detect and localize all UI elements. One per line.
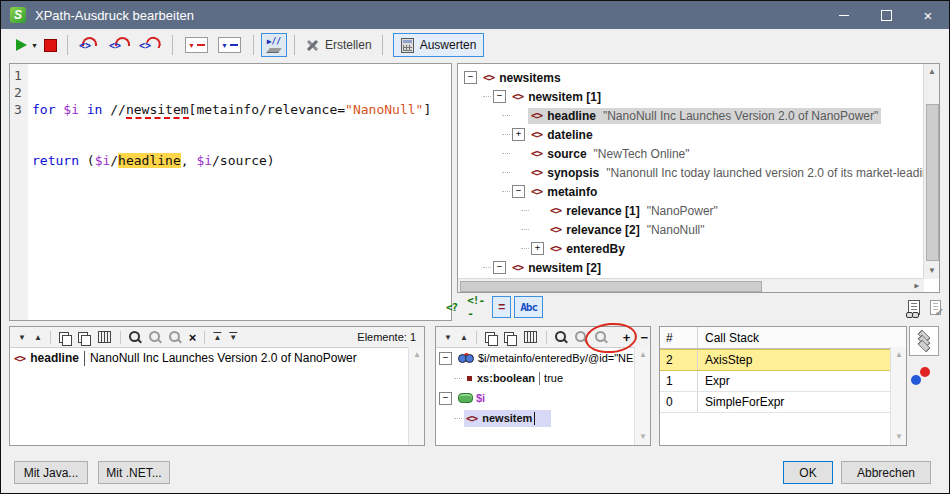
step-over-button[interactable]: <> — [108, 37, 132, 53]
previous-icon[interactable]: ▲ — [460, 333, 468, 342]
xml-source-tree[interactable]: −<>newsitems −<>newsitem [1] <>headline"… — [457, 63, 940, 293]
erstellen-button[interactable]: Erstellen — [305, 38, 372, 53]
call-stack-row[interactable]: 1 Expr — [660, 371, 906, 392]
clear-results-icon[interactable]: × — [189, 331, 197, 344]
copy-all-icon[interactable] — [504, 332, 514, 343]
step-into-button[interactable]: <> — [78, 37, 102, 53]
cancel-button[interactable]: Abbrechen — [841, 461, 931, 484]
edit-window-icon[interactable]: ✓ — [930, 300, 941, 315]
call-stack-row-active[interactable]: 2 AxisStep — [660, 349, 906, 371]
search-icon[interactable] — [129, 331, 140, 342]
watch-scrollbar[interactable]: ▲ ▼ — [634, 347, 650, 445]
scroll-up-icon[interactable]: ▲ — [928, 68, 936, 76]
scroll-up-icon[interactable]: ▲ — [895, 351, 903, 359]
scrollbar-thumb[interactable] — [926, 104, 939, 261]
selected-value[interactable]: <> newsitem — [464, 410, 551, 427]
tree-row[interactable]: −<>newsitems — [460, 68, 939, 87]
column-divider — [539, 372, 540, 385]
scroll-up-icon[interactable]: ▲ — [639, 351, 647, 359]
red-dot-icon — [920, 367, 930, 377]
tree-toggle[interactable]: − — [439, 352, 452, 365]
columns-icon[interactable] — [524, 331, 537, 343]
tree-toggle[interactable]: − — [464, 71, 477, 84]
scroll-down-icon[interactable]: ▼ — [895, 433, 903, 441]
tree-vertical-scrollbar[interactable]: ▲ ▼ — [923, 64, 939, 279]
debug-mode-toggle-button[interactable]: ▶// — [261, 33, 287, 57]
tree-row[interactable]: −<>newsitem [2] — [460, 258, 939, 277]
columns-icon[interactable] — [98, 331, 111, 343]
maximize-button[interactable] — [865, 1, 907, 29]
insert-breakpoint-button[interactable]: ▼ — [183, 37, 210, 53]
processing-instruction-icon[interactable]: <? — [446, 301, 457, 314]
scroll-up-icon[interactable]: ▲ — [413, 351, 421, 359]
xmlspy-logo-icon: S — [10, 7, 26, 23]
copy-icon[interactable] — [59, 332, 69, 343]
tree-row-selected[interactable]: <>headline"NanoNull Inc Launches Version… — [460, 106, 939, 125]
tree-row[interactable]: <>relevance [2]"NanoNull" — [460, 220, 939, 239]
scroll-down-icon[interactable]: ▼ — [639, 433, 647, 441]
tree-row[interactable]: <>synopsis"Nanonull Inc today launched v… — [460, 163, 939, 182]
minimize-button[interactable] — [823, 1, 865, 29]
tree-row[interactable]: <>source"NewTech Online" — [460, 144, 939, 163]
ok-button[interactable]: OK — [783, 461, 833, 484]
tree-toggle[interactable]: − — [493, 261, 506, 274]
tree-toggle[interactable]: + — [512, 128, 525, 141]
start-debugging-button[interactable]: ▼ — [16, 39, 38, 51]
show-text-toggle[interactable]: Abc — [514, 296, 543, 318]
remove-watch-icon[interactable]: − — [640, 331, 648, 344]
next-icon[interactable]: ▼ — [444, 333, 452, 342]
element-icon: <> — [531, 185, 542, 198]
tree-row[interactable]: <>relevance [1]"NanoPower" — [460, 201, 939, 220]
code-line: return ($i/headline, $i/source) — [32, 152, 451, 169]
copy-all-icon[interactable] — [78, 332, 88, 343]
tree-horizontal-scrollbar[interactable]: ▼ — [458, 278, 924, 292]
collapse-all-icon[interactable]: ▲ — [213, 333, 221, 342]
tree-row[interactable]: +<>dateline — [460, 125, 939, 144]
tab-call-stack[interactable] — [909, 326, 939, 356]
variable-row[interactable]: − $i — [436, 388, 650, 408]
previous-result-icon[interactable]: ▲ — [34, 333, 42, 342]
line-number: 1 — [10, 67, 28, 84]
call-stack-scrollbar[interactable]: ▲ ▼ — [890, 347, 906, 445]
tree-toggle[interactable]: + — [531, 242, 544, 255]
line-number-gutter: 1 2 3 — [10, 64, 28, 320]
step-out-button[interactable]: <> — [138, 37, 162, 53]
mit-dotnet-button[interactable]: Mit .NET... — [98, 461, 170, 484]
code-area[interactable]: for $i in //newsitem[metainfo/relevance=… — [32, 67, 451, 237]
tree-toggle[interactable]: − — [439, 392, 452, 405]
dropdown-arrow-icon[interactable]: ▼ — [31, 42, 38, 49]
close-button[interactable]: × — [907, 1, 949, 29]
results-scrollbar[interactable]: ▲ — [408, 347, 424, 445]
search-next-icon[interactable] — [149, 331, 160, 342]
breakpoint-blue-icon: ▼ — [218, 37, 241, 53]
tree-row[interactable]: −<>metainfo — [460, 182, 939, 201]
result-row[interactable]: <> headline NanoNull Inc Launches Versio… — [10, 348, 424, 368]
comment-icon[interactable]: <!-- — [467, 294, 484, 320]
copy-icon[interactable] — [485, 332, 495, 343]
mit-java-button[interactable]: Mit Java... — [14, 461, 88, 484]
search-prev-icon[interactable] — [169, 331, 180, 342]
search-icon[interactable] — [555, 331, 566, 342]
linked-window-icon[interactable] — [908, 300, 919, 315]
auswerten-button[interactable]: Auswerten — [393, 33, 485, 57]
tab-breakpoints[interactable] — [911, 367, 931, 385]
stop-debugging-button[interactable] — [44, 39, 57, 52]
call-stack-row[interactable]: 0 SimpleForExpr — [660, 392, 906, 413]
abc-icon: Abc — [520, 301, 537, 314]
scroll-right-icon[interactable]: ▼ — [913, 282, 921, 290]
variable-value-row[interactable]: <> newsitem — [436, 408, 650, 428]
watch-value-row[interactable]: xs:boolean true — [436, 368, 650, 388]
insert-tracepoint-button[interactable]: ▼ — [216, 37, 243, 53]
show-values-toggle[interactable]: = — [492, 296, 511, 318]
xpath-expression-editor[interactable]: 1 2 3 for $i in //newsitem[metainfo/rele… — [9, 63, 452, 321]
tree-row[interactable]: +<>enteredBy — [460, 239, 939, 258]
next-result-icon[interactable]: ▼ — [18, 333, 26, 342]
scroll-down-icon[interactable]: ▼ — [928, 267, 936, 275]
tree-toggle[interactable]: − — [493, 90, 506, 103]
call-stack-panel: # Call Stack 2 AxisStep 1 Expr 0 SimpleF… — [659, 326, 907, 446]
scrollbar-thumb[interactable] — [460, 281, 762, 292]
tree-row[interactable]: −<>newsitem [1] — [460, 87, 939, 106]
dialog-title: XPath-Ausdruck bearbeiten — [35, 8, 194, 23]
tree-toggle[interactable]: − — [512, 185, 525, 198]
expand-all-icon[interactable]: ▼ — [229, 333, 237, 342]
